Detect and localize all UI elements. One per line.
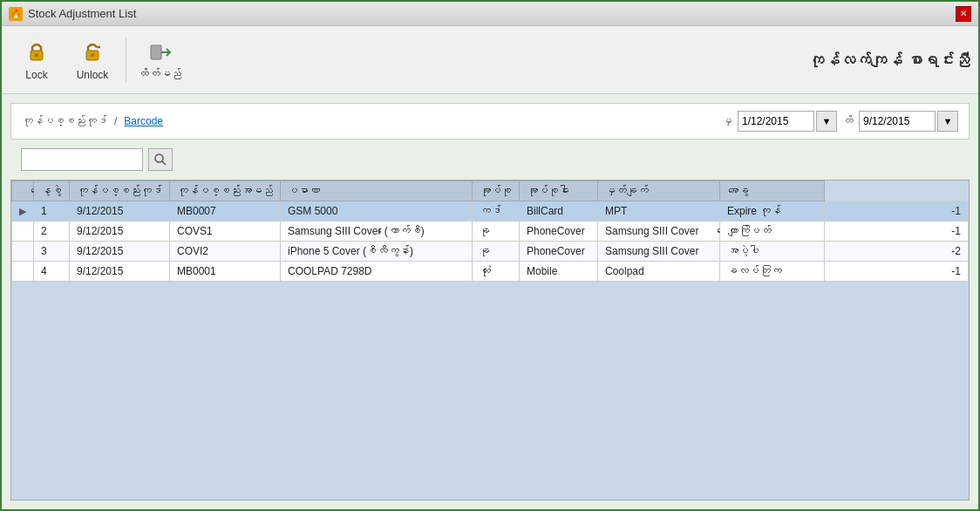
content-area: ကုန်ပစ္စည်းကုဒ် / Barcode မှ ▼ ထိ ▼ — [2, 94, 978, 509]
cell-name: iPhone 5 Cover (စီလီကွန်း) — [281, 242, 473, 262]
lock-button[interactable]: Lock — [10, 31, 63, 88]
table-row[interactable]: ▶19/12/2015MB0007GSM 5000ကဒ်BillCardMPTE… — [12, 201, 969, 221]
table-body: ▶19/12/2015MB0007GSM 5000ကဒ်BillCardMPTE… — [12, 201, 969, 282]
cell-subgroup: MPT — [598, 201, 720, 221]
to-label: ထိ — [842, 115, 854, 127]
col-date: ကုန်ပစ္စည်းကုဒ် — [70, 181, 170, 201]
filter-bar: ကုန်ပစ္စည်းကုဒ် / Barcode မှ ▼ ထိ ▼ — [10, 103, 970, 140]
cell-code: COVI2 — [170, 242, 281, 262]
table-container: နေ့စွဲ ကုန်ပစ္စည်းကုဒ် ကုန်ပစ္စည်းအမည် ပ… — [10, 180, 970, 501]
data-table: နေ့စွဲ ကုန်ပစ္စည်းကုဒ် ကုန်ပစ္စည်းအမည် ပ… — [11, 181, 969, 282]
cell-group: BillCard — [520, 201, 598, 221]
to-date-wrap: ▼ — [859, 111, 958, 132]
barcode-link[interactable]: Barcode — [124, 115, 163, 127]
col-name: ပမာဏ — [281, 181, 473, 201]
cell-group: Mobile — [520, 262, 598, 282]
cell-subgroup: Samsung SIII Cover — [598, 221, 720, 242]
cell-indicator — [12, 242, 34, 262]
title-bar-controls: ✕ — [956, 6, 971, 22]
cell-qty: ခု — [473, 242, 520, 262]
col-no: နေ့စွဲ — [34, 181, 70, 201]
unlock-icon — [80, 39, 105, 65]
col-subgroup: မှတ်ချက် — [598, 181, 720, 201]
cell-qty: ကဒ် — [473, 201, 520, 221]
exit-label: ထိတ်မည် — [138, 68, 181, 80]
cell-subgroup: Coolpad — [598, 262, 720, 282]
cell-subgroup: Samsung SIII Cover — [598, 242, 720, 262]
to-date-picker[interactable]: ▼ — [937, 111, 958, 132]
table-row[interactable]: 39/12/2015COVI2iPhone 5 Cover (စီလီကွန်း… — [12, 242, 969, 262]
from-date-picker[interactable]: ▼ — [816, 111, 837, 132]
cell-amount: -1 — [825, 201, 969, 221]
cell-remark: Expire ကုန် — [720, 201, 825, 221]
cell-amount: -1 — [825, 221, 969, 242]
table-row[interactable]: 49/12/2015MB0001COOLPAD 7298DလုံးMobileC… — [12, 262, 969, 282]
main-window: 🔥 Stock Adjustment List ✕ Lock — [0, 0, 980, 511]
col-indicator — [12, 181, 34, 201]
cell-code: COVS1 — [170, 221, 281, 242]
cell-no: 1 — [34, 201, 70, 221]
cell-remark: ကျောက်ပြတ် — [720, 221, 825, 242]
cell-qty: လုံး — [473, 262, 520, 282]
cell-date: 9/12/2015 — [70, 201, 170, 221]
cell-date: 9/12/2015 — [70, 221, 170, 242]
page-title: ကုန်လက်ကျန် စာရင်းညี — [808, 47, 970, 72]
lock-label: Lock — [25, 69, 47, 81]
cell-no: 4 — [34, 262, 70, 282]
cell-date: 9/12/2015 — [70, 242, 170, 262]
toolbar-divider — [126, 38, 126, 82]
app-icon: 🔥 — [9, 7, 23, 21]
svg-point-1 — [35, 53, 38, 57]
cell-indicator — [12, 262, 34, 282]
col-group: အုပ်စုဓါး — [520, 181, 598, 201]
filter-separator: / — [114, 115, 117, 127]
cell-remark: အပဲ့ပါ — [720, 242, 825, 262]
title-bar: 🔥 Stock Adjustment List ✕ — [2, 2, 978, 26]
to-date-input[interactable] — [859, 111, 936, 132]
cell-indicator: ▶ — [12, 201, 34, 221]
svg-point-7 — [155, 154, 163, 162]
cell-code: MB0001 — [170, 262, 281, 282]
cell-name: Samsung SIII Cover (ကောက်စီ) — [281, 221, 473, 242]
toolbar-left: Lock Unlock ထိတ်မည် — [10, 31, 186, 88]
exit-icon — [147, 40, 172, 65]
search-button[interactable] — [148, 148, 173, 171]
col-code: ကုန်ပစ္စည်းအမည် — [170, 181, 281, 201]
cell-amount: -2 — [825, 242, 969, 262]
svg-line-8 — [162, 161, 166, 165]
cell-amount: -1 — [825, 262, 969, 282]
search-row — [10, 146, 970, 173]
table-row[interactable]: 29/12/2015COVS1Samsung SIII Cover (ကောက်… — [12, 221, 969, 242]
from-label: မှ — [722, 115, 732, 127]
cell-no: 2 — [34, 221, 70, 242]
svg-rect-5 — [151, 45, 161, 59]
cell-name: COOLPAD 7298D — [281, 262, 473, 282]
window-title: Stock Adjustment List — [28, 7, 136, 20]
lock-icon — [24, 39, 49, 65]
search-input[interactable] — [21, 148, 143, 171]
cell-no: 3 — [34, 242, 70, 262]
date-range: မှ ▼ ထိ ▼ — [722, 111, 958, 132]
cell-qty: ခု — [473, 221, 520, 242]
svg-point-4 — [91, 53, 94, 57]
cell-name: GSM 5000 — [281, 201, 473, 221]
exit-button[interactable]: ထိတ်မည် — [133, 31, 186, 88]
table-header-row: နေ့စွဲ ကုန်ပစ္စည်းကုဒ် ကုန်ပစ္စည်းအမည် ပ… — [12, 181, 969, 201]
col-qty: အုပ်စု — [473, 181, 520, 201]
cell-group: PhoneCover — [520, 242, 598, 262]
unlock-button[interactable]: Unlock — [66, 31, 119, 88]
filter-label: ကုန်ပစ္စည်းကုဒ် — [22, 115, 107, 127]
cell-code: MB0007 — [170, 201, 281, 221]
cell-indicator — [12, 221, 34, 242]
col-remark: အခွေ — [720, 181, 825, 201]
cell-date: 9/12/2015 — [70, 262, 170, 282]
close-button[interactable]: ✕ — [956, 6, 971, 22]
title-bar-left: 🔥 Stock Adjustment List — [9, 7, 136, 21]
toolbar: Lock Unlock ထိတ်မည် — [2, 26, 978, 94]
unlock-label: Unlock — [77, 69, 109, 81]
search-icon — [153, 153, 167, 167]
from-date-input[interactable] — [738, 111, 814, 132]
cell-remark: ခလပ်တကြ — [720, 262, 825, 282]
cell-group: PhoneCover — [520, 221, 598, 242]
from-date-wrap: ▼ — [738, 111, 837, 132]
